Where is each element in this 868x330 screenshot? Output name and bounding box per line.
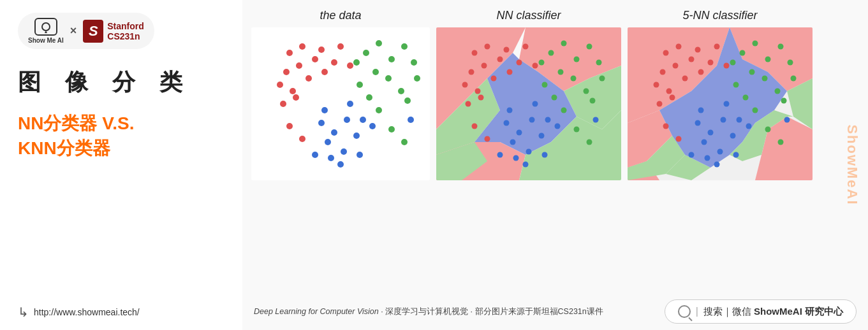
svg-point-36 <box>337 161 344 168</box>
svg-point-97 <box>513 155 519 161</box>
stanford-text: Stanford CS231n <box>107 21 144 41</box>
svg-point-35 <box>357 152 363 158</box>
svg-point-150 <box>733 152 739 158</box>
search-text: 搜索｜微信 <box>703 306 751 317</box>
svg-point-136 <box>788 60 793 66</box>
showmeai-icon <box>34 18 57 36</box>
svg-point-14 <box>293 94 299 101</box>
svg-point-61 <box>491 76 497 82</box>
svg-point-115 <box>663 50 669 56</box>
svg-point-156 <box>705 155 710 161</box>
svg-point-32 <box>341 148 347 155</box>
svg-point-34 <box>312 152 318 158</box>
svg-point-124 <box>654 82 659 88</box>
knn-canvas <box>628 27 813 180</box>
svg-point-98 <box>561 108 567 113</box>
svg-point-65 <box>462 82 468 88</box>
svg-point-16 <box>376 40 382 47</box>
svg-point-43 <box>286 123 293 129</box>
svg-point-92 <box>523 162 529 168</box>
nn-svg <box>436 27 621 180</box>
nn-canvas <box>436 27 621 180</box>
svg-point-57 <box>485 44 490 50</box>
svg-point-132 <box>765 57 771 62</box>
svg-point-47 <box>401 139 408 145</box>
svg-point-17 <box>388 56 395 62</box>
svg-point-130 <box>740 50 746 56</box>
svg-point-91 <box>542 152 548 158</box>
svg-point-153 <box>724 101 730 107</box>
svg-point-69 <box>466 101 471 107</box>
logo-bar: Show Me Al × S Stanford CS231n <box>18 13 154 49</box>
svg-point-30 <box>344 117 350 123</box>
svg-point-144 <box>708 130 714 136</box>
svg-point-13 <box>280 101 286 107</box>
showmeai-label: Show Me Al <box>28 37 64 44</box>
stanford-name: Stanford <box>107 21 144 31</box>
svg-point-157 <box>753 108 758 113</box>
svg-point-73 <box>574 57 580 62</box>
svg-point-2 <box>312 56 318 62</box>
svg-point-125 <box>666 89 672 94</box>
svg-point-45 <box>388 126 395 133</box>
svg-point-20 <box>385 75 392 82</box>
svg-point-88 <box>526 149 532 155</box>
left-panel: Show Me Al × S Stanford CS231n 图 像 分 类 N… <box>0 0 242 330</box>
svg-point-138 <box>775 89 781 94</box>
svg-point-40 <box>369 123 376 129</box>
svg-point-26 <box>404 97 411 104</box>
svg-point-19 <box>372 69 379 75</box>
svg-point-21 <box>411 59 417 66</box>
svg-point-139 <box>791 76 797 82</box>
svg-point-162 <box>778 140 784 145</box>
svg-point-101 <box>574 127 580 133</box>
svg-point-159 <box>676 136 682 142</box>
svg-point-24 <box>414 75 420 82</box>
svg-point-60 <box>469 69 474 75</box>
subtitle-line2: KNN分类器 <box>18 136 224 161</box>
svg-point-39 <box>360 117 366 123</box>
search-brand: ShowMeAI 研究中心 <box>754 306 843 317</box>
svg-point-6 <box>318 47 325 53</box>
search-pill[interactable]: | 搜索｜微信 ShowMeAI 研究中心 <box>665 299 857 324</box>
bottom-mid: · 深度学习与计算机视觉 · <box>381 307 473 316</box>
svg-point-133 <box>778 44 784 50</box>
chart2-title: NN classifier <box>496 9 561 22</box>
svg-point-123 <box>698 69 704 75</box>
svg-point-95 <box>545 117 551 123</box>
svg-point-84 <box>504 120 510 126</box>
scatter-canvas <box>251 27 430 180</box>
svg-point-37 <box>321 107 328 113</box>
svg-point-89 <box>539 133 545 139</box>
svg-point-8 <box>321 69 328 75</box>
svg-point-31 <box>325 139 331 145</box>
svg-point-15 <box>363 50 369 56</box>
svg-point-100 <box>485 136 490 142</box>
svg-point-7 <box>331 59 337 66</box>
svg-point-140 <box>730 60 736 66</box>
svg-point-5 <box>305 75 312 82</box>
svg-point-23 <box>398 88 404 94</box>
page-title: 图 像 分 类 <box>18 67 224 98</box>
showmeai-logo: Show Me Al <box>28 18 64 44</box>
svg-point-42 <box>376 107 382 113</box>
search-icon <box>678 305 691 318</box>
svg-point-120 <box>682 76 688 82</box>
svg-point-68 <box>533 63 538 69</box>
svg-point-72 <box>561 41 567 47</box>
svg-point-18 <box>401 43 408 50</box>
svg-point-155 <box>746 124 752 129</box>
search-divider: | <box>696 306 698 317</box>
svg-point-152 <box>698 108 704 113</box>
svg-point-87 <box>510 140 516 145</box>
svg-point-131 <box>753 41 758 47</box>
stanford-course: CS231n <box>107 31 144 41</box>
svg-point-135 <box>762 76 768 82</box>
website-row: ↳ http://www.showmeai.tech/ <box>18 298 224 320</box>
knn-svg <box>628 27 813 180</box>
website-url: http://www.showmeai.tech/ <box>34 307 140 317</box>
svg-point-148 <box>730 133 736 139</box>
svg-point-147 <box>717 149 723 155</box>
svg-point-86 <box>529 117 535 123</box>
svg-point-59 <box>482 63 487 69</box>
